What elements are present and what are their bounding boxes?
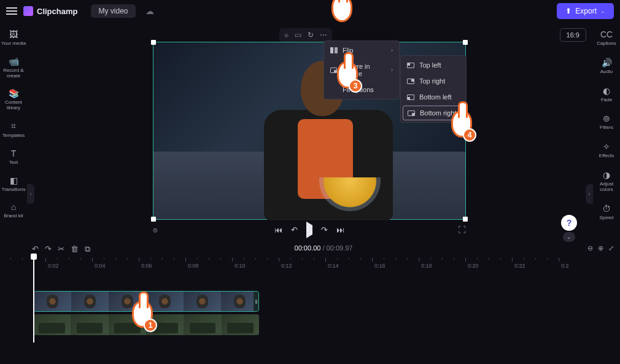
corner-bl-icon [407,95,414,100]
total-time: 00:09.97 [327,244,353,252]
brand-icon: ⌂ [11,202,16,212]
timeline-ruler[interactable]: 0:020:040:060:080:100:120:140:160:180:20… [33,258,614,270]
corner-tr-icon [407,79,414,84]
fit-icon[interactable]: ▭ [295,31,301,39]
brand: Clipchamp [23,6,77,16]
cloud-sync-icon[interactable]: ☁ [145,6,154,16]
sidebar-item-templates[interactable]: ⌗ Templates [0,117,27,142]
ruler-label: 0:12 [281,263,292,269]
next-frame-button[interactable]: ⏭ [336,225,344,234]
sidebar-item-fade[interactable]: ◐ Fade [593,82,620,107]
more-icon[interactable]: ⋯ [320,31,327,39]
fade-icon: ◐ [603,86,610,96]
ruler-label: 0:18 [421,263,432,269]
submenu-label: Top right [419,77,445,85]
export-button[interactable]: ⬆ Export ⌄ [557,3,614,19]
resize-handle-br[interactable] [463,217,468,222]
resize-handle-bl[interactable] [151,217,156,222]
brand-logo-icon [23,6,33,16]
help-button[interactable]: ? [561,215,577,231]
sidebar-label: Templates [2,133,25,139]
ruler-label: 0:06 [141,263,152,269]
camera-icon: 📹 [9,56,19,66]
sidebar-item-record[interactable]: 📹 Record & create [0,53,27,83]
sidebar-label: Filters [600,125,613,131]
sidebar-item-audio[interactable]: 🔊 Audio [593,54,620,79]
rotate-icon[interactable]: ↻ [308,31,314,39]
play-icon [306,222,312,238]
chevron-down-icon: ⌄ [600,8,605,14]
flip-icon [330,47,338,53]
submenu-label: Bottom left [419,93,452,101]
capture-icon[interactable]: ⌾ [153,225,158,234]
text-icon: T [11,149,17,158]
ruler-label: 0:10 [234,263,246,269]
sidebar-label: Effects [599,153,614,159]
sidebar-item-effects[interactable]: ✧ Effects [593,138,620,163]
zoom-in-button[interactable]: ⊕ [598,244,603,252]
sidebar-item-your-media[interactable]: 🖼 Your media [0,26,27,50]
resize-handle-tl[interactable] [151,40,156,45]
zoom-fit-button[interactable]: ⤢ [608,244,614,252]
callout-badge: 3 [349,79,362,93]
transition-icon: ◧ [10,176,18,185]
ruler-label: 0:20 [468,263,479,269]
sidebar-label: Brand kit [4,214,23,219]
clip-thumbnail [71,314,108,335]
ruler-label: 0:22 [514,263,525,269]
zoom-out-button[interactable]: ⊖ [587,244,593,252]
fullscreen-button[interactable]: ⛶ [458,225,466,234]
sidebar-item-captions[interactable]: CC Captions [593,26,620,50]
effects-icon: ✧ [603,142,610,152]
playhead[interactable] [33,257,34,343]
submenu-item-top-right[interactable]: Top right [401,73,466,89]
media-icon: 🖼 [9,29,18,39]
play-button[interactable] [306,225,312,234]
project-name-field[interactable]: My video [91,4,135,18]
speaker-icon: 🔊 [602,58,612,68]
menu-item-pip[interactable]: Picture in picture › [324,58,399,82]
crop-icon[interactable]: ⟐ [284,31,289,39]
callout-pointer-1: 1 [132,301,153,328]
ruler-label: 0:02 [48,263,59,269]
pip-icon [330,68,337,73]
topbar: Clipchamp My video ☁ ⬆ Export ⌄ [0,0,620,22]
aspect-ratio-button[interactable]: 16:9 [560,28,586,42]
callout-pointer-top [331,0,352,22]
expand-right-panel-button[interactable]: ‹ [586,184,593,204]
sidebar-item-adjust-colors[interactable]: ◑ Adjust colors [593,166,620,196]
speed-icon: ⏱ [602,204,611,214]
sidebar-label: Content library [0,100,27,111]
menu-item-flip[interactable]: Flip › [324,42,399,58]
step-forward-button[interactable]: ↷ [321,225,328,234]
corner-tl-icon [407,63,414,68]
sidebar-item-transitions[interactable]: ◧ Transitions [0,172,27,196]
sidebar-item-speed[interactable]: ⏱ Speed [593,200,620,225]
sidebar-item-brand-kit[interactable]: ⌂ Brand kit [0,198,27,223]
upload-icon: ⬆ [565,7,572,15]
sidebar-label: Adjust colors [593,182,620,193]
sidebar-item-filters[interactable]: ⊚ Filters [593,110,620,134]
expand-left-panel-button[interactable]: › [27,184,34,204]
sidebar-label: Fade [601,98,612,103]
timeline-zoom: ⊖ ⊕ ⤢ [587,244,614,252]
submenu-item-top-left[interactable]: Top left [401,57,466,73]
clip-thumbnail [184,314,221,335]
sidebar-label: Record & create [0,68,27,79]
brand-label: Clipchamp [37,7,77,16]
menu-icon[interactable] [6,7,17,15]
prev-frame-button[interactable]: ⏮ [274,225,282,234]
chevron-right-icon: › [391,67,393,73]
sidebar-label: Audio [600,69,613,75]
clip-thumbnail [71,292,109,311]
step-back-button[interactable]: ↶ [291,225,298,234]
help-caret-button[interactable]: ⌄ [563,232,575,242]
ruler-label: 0:2 [561,263,569,269]
callout-badge: 4 [463,128,476,142]
corner-br-icon [408,110,415,116]
submenu-item-bottom-left[interactable]: Bottom left [401,89,466,105]
sidebar-item-text[interactable]: T Text [0,145,27,169]
clip-trim-right[interactable]: ▮ [254,292,258,311]
sidebar-item-content-library[interactable]: 📚 Content library [0,85,27,115]
resize-handle-tr[interactable] [463,40,468,45]
